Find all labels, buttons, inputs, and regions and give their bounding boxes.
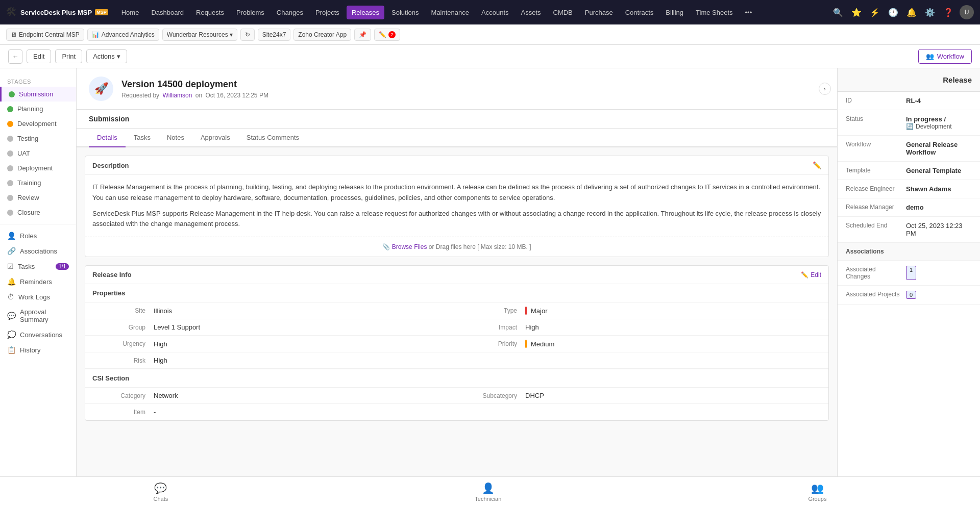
- star-icon[interactable]: ⭐: [849, 6, 864, 19]
- nav-requests[interactable]: Requests: [191, 6, 229, 19]
- sidebar-item-tasks[interactable]: ☑ Tasks 1/1: [0, 259, 76, 274]
- actions-button[interactable]: Actions ▾: [86, 49, 127, 63]
- panel-collapse-toggle[interactable]: ›: [819, 83, 831, 95]
- tasks-label: Tasks: [18, 263, 35, 270]
- status-value: In progress / 🔄 Development: [906, 115, 972, 130]
- workflow-icon: 👥: [926, 53, 934, 60]
- requester-link[interactable]: Williamson: [162, 92, 192, 99]
- nav-more[interactable]: •••: [740, 6, 757, 19]
- nav-cmdb[interactable]: CMDB: [548, 6, 578, 19]
- search-icon[interactable]: 🔍: [831, 6, 845, 19]
- tab-status-comments[interactable]: Status Comments: [238, 129, 307, 147]
- sidebar-item-conversations[interactable]: 💭 Conversations: [0, 327, 76, 342]
- nav-accounts[interactable]: Accounts: [476, 6, 513, 19]
- nav-releases[interactable]: Releases: [347, 6, 384, 19]
- pin-btn[interactable]: 📌: [354, 29, 371, 41]
- right-row-release-engineer: Release Engineer Shawn Adams: [838, 180, 980, 198]
- item-label: Item: [92, 409, 154, 416]
- app-logo[interactable]: 🛠 ServiceDesk Plus MSP MSP: [6, 6, 108, 19]
- nav-dashboard[interactable]: Dashboard: [146, 6, 189, 19]
- bottom-groups[interactable]: 👥 Groups: [800, 480, 835, 504]
- help-icon[interactable]: ❓: [941, 6, 955, 19]
- stage-deployment[interactable]: Deployment: [0, 161, 76, 175]
- nav-home[interactable]: Home: [116, 6, 144, 19]
- edit-button[interactable]: Edit: [27, 49, 51, 63]
- tasks-badge: 1/1: [56, 263, 69, 270]
- sidebar-item-worklogs[interactable]: ⏱ Work Logs: [0, 289, 76, 305]
- prop-row-group-impact: Group Level 1 Support Impact High: [85, 319, 828, 336]
- toolbar: ← Edit Print Actions ▾ 👥 Workflow: [0, 45, 980, 68]
- bell-icon[interactable]: 🔔: [904, 6, 919, 19]
- nav-assets[interactable]: Assets: [516, 6, 546, 19]
- subcategory-value: DHCP: [525, 392, 821, 399]
- nav-timesheets[interactable]: Time Sheets: [691, 6, 738, 19]
- nav-purchase[interactable]: Purchase: [580, 6, 618, 19]
- status-label: Status: [846, 115, 902, 130]
- history-icon: 📋: [7, 346, 16, 354]
- endpoint-central-btn[interactable]: 🖥 Endpoint Central MSP: [6, 29, 84, 41]
- nav-problems[interactable]: Problems: [231, 6, 270, 19]
- urgency-label: Urgency: [92, 340, 154, 347]
- stage-development[interactable]: Development: [0, 116, 76, 131]
- wunderbar-dropdown[interactable]: Wunderbar Resources ▾: [162, 29, 237, 41]
- sidebar-item-roles[interactable]: 👤 Roles: [0, 228, 76, 243]
- tab-details[interactable]: Details: [89, 129, 126, 147]
- clock-icon[interactable]: 🕐: [886, 6, 900, 19]
- stage-planning[interactable]: Planning: [0, 102, 76, 116]
- associated-projects-value[interactable]: 0: [906, 291, 916, 299]
- back-button[interactable]: ←: [8, 49, 22, 64]
- risk-label: Risk: [92, 357, 154, 364]
- stage-submission[interactable]: Submission: [0, 87, 76, 102]
- print-button[interactable]: Print: [55, 49, 82, 63]
- history-label: History: [20, 346, 40, 354]
- type-label: Type: [464, 307, 525, 314]
- stage-testing[interactable]: Testing: [0, 131, 76, 146]
- nav-maintenance[interactable]: Maintenance: [426, 6, 474, 19]
- tab-notes[interactable]: Notes: [159, 129, 192, 147]
- workflow-button[interactable]: 👥 Workflow: [918, 49, 972, 64]
- prop-impact: Impact High: [457, 319, 828, 335]
- sidebar-item-reminders[interactable]: 🔔 Reminders: [0, 274, 76, 289]
- site24x7-btn[interactable]: Site24x7: [258, 29, 291, 41]
- prop-group: Group Level 1 Support: [85, 319, 457, 335]
- analytics-icon: 📊: [92, 31, 100, 38]
- tab-approvals[interactable]: Approvals: [192, 129, 238, 147]
- bottom-bar: 💬 Chats 👤 Technician 👥 Groups: [0, 476, 980, 507]
- nav-solutions[interactable]: Solutions: [386, 6, 424, 19]
- stage-training[interactable]: Training: [0, 175, 76, 190]
- user-avatar[interactable]: U: [960, 5, 974, 19]
- refresh-btn[interactable]: ↻: [240, 29, 255, 41]
- workflow-value: General Release Workflow: [906, 141, 972, 156]
- tab-tasks[interactable]: Tasks: [126, 129, 159, 147]
- nav-changes[interactable]: Changes: [272, 6, 308, 19]
- bottom-chats[interactable]: 💬 Chats: [145, 480, 177, 504]
- file-upload-area[interactable]: 📎 Browse Files or Drag files here [ Max …: [85, 237, 828, 257]
- associated-changes-value[interactable]: 1: [906, 266, 916, 280]
- stage-review[interactable]: Review: [0, 190, 76, 205]
- stage-closure[interactable]: Closure: [0, 205, 76, 220]
- requested-by-label: Requested by: [121, 92, 159, 99]
- reminders-icon: 🔔: [7, 277, 16, 286]
- gear-icon[interactable]: ⚙️: [923, 6, 937, 19]
- roles-icon: 👤: [7, 232, 16, 240]
- browse-files-link[interactable]: Browse Files: [392, 243, 427, 250]
- bottom-technician[interactable]: 👤 Technician: [467, 480, 509, 504]
- sidebar-item-history[interactable]: 📋 History: [0, 342, 76, 358]
- lightning-icon[interactable]: ⚡: [868, 6, 882, 19]
- pin-icon: 📌: [359, 31, 366, 38]
- sidebar-item-approval-summary[interactable]: 💬 Approval Summary: [0, 305, 76, 327]
- stage-uat[interactable]: UAT: [0, 146, 76, 161]
- prop-row-risk: Risk High: [85, 352, 828, 369]
- edit-badge-btn[interactable]: ✏️ 2: [374, 29, 400, 41]
- type-color-bar: [525, 307, 527, 315]
- nav-contracts[interactable]: Contracts: [620, 6, 659, 19]
- nav-billing[interactable]: Billing: [660, 6, 689, 19]
- nav-projects[interactable]: Projects: [310, 6, 345, 19]
- actions-chevron-icon: ▾: [117, 53, 120, 60]
- release-engineer-label: Release Engineer: [846, 185, 902, 193]
- release-info-edit-btn[interactable]: ✏️ Edit: [801, 271, 821, 278]
- zoho-creator-btn[interactable]: Zoho Creator App: [293, 29, 351, 41]
- sidebar-item-associations[interactable]: 🔗 Associations: [0, 243, 76, 259]
- description-edit-icon[interactable]: ✏️: [813, 161, 821, 169]
- advanced-analytics-btn[interactable]: 📊 Advanced Analytics: [87, 29, 159, 41]
